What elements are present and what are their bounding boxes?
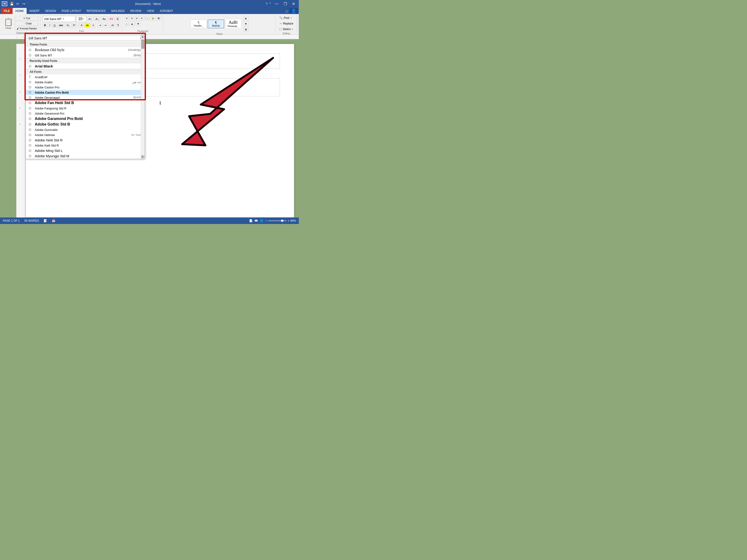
- close-button[interactable]: ✕: [290, 1, 297, 6]
- window-controls[interactable]: ? ⌃ — ❐ ✕: [266, 1, 297, 6]
- font-item-adobe-ming[interactable]: O Adobe Ming Std L: [26, 148, 145, 153]
- subscript-button[interactable]: X₂: [66, 23, 71, 28]
- underline-button[interactable]: U: [52, 23, 57, 28]
- font-size-decrease-button[interactable]: A↓: [94, 17, 100, 21]
- font-selector[interactable]: Gill Sans MT ▼: [43, 16, 75, 22]
- format-painter-button[interactable]: 🖌 Format Painter: [15, 26, 38, 31]
- paste-label[interactable]: Paste: [5, 27, 11, 29]
- zoom-thumb[interactable]: [281, 219, 283, 222]
- font-item-adobe-kaiti[interactable]: O Adobe Kaiti Std R: [26, 143, 145, 148]
- font-item-adobe-fangsong[interactable]: O Adobe Fangsong Std R: [26, 106, 145, 111]
- tab-home[interactable]: HOME: [12, 8, 27, 14]
- font-item-adobe-garamond[interactable]: O Adobe Garamond Pro: [26, 111, 145, 116]
- shading-button[interactable]: ▦: [150, 16, 155, 21]
- zoom-track[interactable]: [268, 220, 287, 221]
- font-item-acaderef[interactable]: T AcadEref: [26, 75, 145, 80]
- tab-page-layout[interactable]: PAGE LAYOUT: [59, 8, 84, 14]
- tab-insert[interactable]: INSERT: [27, 8, 43, 14]
- tab-design[interactable]: DESIGN: [43, 8, 59, 14]
- font-item-adobe-caslon-bold[interactable]: O Adobe Caslon Pro Bold: [26, 90, 145, 95]
- dropdown-scrollbar[interactable]: ▲ ▼: [141, 35, 145, 159]
- indent-decrease-button[interactable]: ⇤: [103, 23, 108, 28]
- bold-button[interactable]: B: [43, 23, 47, 28]
- zoom-in-button[interactable]: +: [288, 219, 289, 222]
- font-color-button[interactable]: A: [91, 23, 95, 28]
- align-left-button[interactable]: ≡: [125, 16, 129, 21]
- font-dropdown-list[interactable]: Theme Fonts O Bookman Old Style (Heading…: [26, 42, 145, 159]
- review-icon[interactable]: 📅: [52, 219, 55, 222]
- restore-button[interactable]: ❐: [282, 1, 289, 6]
- style-normal[interactable]: ¶ Normal: [208, 20, 224, 28]
- font-item-arial-black[interactable]: O Arial Black: [26, 63, 145, 69]
- document-view-icon[interactable]: 📄: [249, 219, 253, 222]
- change-case-button[interactable]: Aa: [101, 17, 107, 21]
- font-item-adobe-hebrew[interactable]: O Adobe Hebrew אבגד הוז: [26, 132, 145, 137]
- tab-view[interactable]: VIEW: [144, 8, 157, 14]
- font-search-area[interactable]: ▼: [27, 36, 144, 41]
- text-highlight-button[interactable]: ab: [84, 23, 90, 28]
- clear-formatting-button[interactable]: ✗A: [108, 17, 114, 21]
- text-effects-button[interactable]: A: [79, 23, 84, 28]
- font-dropdown-arrow[interactable]: ▼: [62, 18, 65, 20]
- font-item-adobe-heiti[interactable]: O Adobe Heiti Std R: [26, 137, 145, 143]
- web-view-icon[interactable]: 🌐: [260, 219, 263, 222]
- help-button[interactable]: ?: [266, 2, 267, 6]
- zoom-control[interactable]: − + 80%: [265, 219, 296, 222]
- styles-up-button[interactable]: ▲: [243, 16, 249, 21]
- font-item-adobe-fan-heiti[interactable]: O Adobe Fan Heiti Std B: [26, 100, 145, 106]
- scrollbar-up[interactable]: ▲: [141, 35, 145, 38]
- font-item-adobe-devanagari[interactable]: O Adobe Devanagari देवनागरी: [26, 95, 145, 100]
- scrollbar-thumb[interactable]: [141, 39, 145, 49]
- zoom-out-button[interactable]: −: [265, 219, 267, 222]
- line-spacing2-button[interactable]: ↨: [125, 22, 129, 26]
- line-spacing-button[interactable]: ↕: [146, 16, 150, 21]
- save-button[interactable]: 💾: [9, 1, 14, 6]
- font-item-gill[interactable]: O Gill Sans MT (Body): [26, 53, 145, 58]
- strikethrough-button[interactable]: abc: [58, 23, 65, 28]
- bullets-button[interactable]: ☰: [115, 17, 120, 21]
- italic-button[interactable]: I: [48, 23, 52, 28]
- border-button[interactable]: ⊞: [156, 16, 161, 21]
- select-button[interactable]: ⬚ Select ▼: [278, 27, 294, 31]
- language-icon[interactable]: 📝: [44, 219, 47, 222]
- find-arrow[interactable]: ▼: [290, 17, 292, 19]
- tab-review[interactable]: REVIEW: [127, 8, 144, 14]
- font-item-adobe-garamond-bold[interactable]: O Adobe Garamond Pro Bold: [26, 116, 145, 122]
- font-item-adobe-gurmukhi[interactable]: O Adobe Gurmukhi: [26, 127, 145, 132]
- styles-expand-button[interactable]: ⊞: [243, 27, 249, 32]
- spacing-increase-button[interactable]: ▲: [129, 22, 135, 26]
- undo-button[interactable]: ↩: [15, 1, 20, 6]
- font-item-adobe-caslon[interactable]: O Adobe Caslon Pro: [26, 85, 145, 90]
- select-arrow[interactable]: ▼: [291, 28, 293, 30]
- find-button[interactable]: 🔍 Find ▼: [278, 16, 294, 20]
- minimize-button[interactable]: —: [273, 1, 280, 6]
- replace-button[interactable]: ↔ Replace: [278, 22, 294, 26]
- style-header[interactable]: ¶ Header...: [190, 20, 207, 28]
- ribbon-collapse-icon[interactable]: △: [284, 9, 289, 12]
- font-item-bookman[interactable]: O Bookman Old Style (Headings): [26, 47, 145, 53]
- tab-acrobat[interactable]: ACROBAT: [157, 8, 176, 14]
- style-personal[interactable]: AaBl Personal...: [225, 19, 241, 29]
- superscript-button[interactable]: X²: [72, 23, 77, 28]
- tab-references[interactable]: REFERENCES: [84, 8, 108, 14]
- tab-mailings[interactable]: MAILINGS: [108, 8, 127, 14]
- tab-file[interactable]: FILE: [1, 8, 12, 14]
- sort-button[interactable]: ↕A: [109, 23, 115, 28]
- user-icon[interactable]: 👤: [289, 8, 298, 14]
- show-hide-button[interactable]: ¶: [116, 23, 120, 28]
- justify-button[interactable]: ≡: [139, 16, 144, 21]
- font-search-input[interactable]: [28, 36, 139, 40]
- cut-button[interactable]: ✂ Cut: [15, 16, 38, 21]
- scrollbar-down[interactable]: ▼: [141, 155, 145, 159]
- font-size-increase-button[interactable]: A↑: [87, 17, 93, 21]
- copy-button[interactable]: 📄 Copy: [15, 21, 38, 26]
- font-size-box[interactable]: 10 ▼: [76, 16, 86, 22]
- redo-button[interactable]: ↪: [21, 1, 26, 6]
- indent-increase-button[interactable]: ⇥: [98, 23, 102, 28]
- align-center-button[interactable]: ≡: [130, 16, 134, 21]
- font-size-arrow[interactable]: ▼: [82, 18, 84, 20]
- align-right-button[interactable]: ≡: [135, 16, 139, 21]
- read-mode-icon[interactable]: 📖: [254, 219, 258, 222]
- font-item-adobe-gothic[interactable]: O Adobe Gothic Std B: [26, 122, 145, 127]
- quick-access-toolbar[interactable]: 💾 ↩ ↪ ·: [9, 1, 28, 6]
